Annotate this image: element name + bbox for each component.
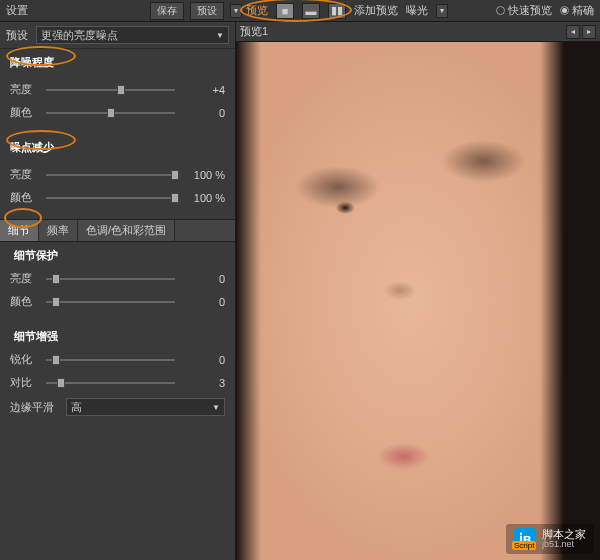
preset-dropdown-arrow[interactable]: ▾ [230,4,242,18]
precise-radio[interactable]: 精确 [560,3,594,18]
section-detail-protect: 细节保护 [0,242,235,265]
view-split-h-icon[interactable]: ▬ [302,3,320,19]
preset-label: 预设 [6,28,30,43]
preview-panel: 预览1 ◂ ▸ ʝв Script 脚本之家 jb51.net [236,22,600,560]
preview-title: 预览1 [240,24,268,39]
view-single-icon[interactable]: ■ [276,3,294,19]
section-noise-dec: 噪点减少 [0,134,235,161]
contrast-slider[interactable] [46,376,175,390]
edge-smooth-dropdown[interactable]: 高 ▼ [66,398,225,416]
fast-preview-radio[interactable]: 快速预览 [496,3,552,18]
preset-dropdown[interactable]: 更强的亮度噪点 ▼ [36,26,229,44]
chevron-down-icon: ▼ [216,31,224,40]
preview-image[interactable]: ʝв Script 脚本之家 jb51.net [236,42,600,560]
section-noise-reduce: 降噪程度 [0,49,235,76]
add-preview-button[interactable]: 添加预览 [354,3,398,18]
brightness2-slider[interactable] [46,168,175,182]
preset-button[interactable]: 预设 [190,2,224,20]
brightness-slider[interactable] [46,83,175,97]
color2-slider[interactable] [46,191,175,205]
section-detail-enhance: 细节增强 [0,323,235,346]
sidebar: 预设 更强的亮度噪点 ▼ 降噪程度 亮度 +4 颜色 0 噪点减少 亮度 [0,22,236,560]
tab-detail[interactable]: 细节 [0,220,39,241]
sharpen-slider[interactable] [46,353,175,367]
view-split-v-icon[interactable]: ▮▮ [328,3,346,19]
color-label: 颜色 [10,105,38,120]
watermark: ʝв Script 脚本之家 jb51.net [506,524,594,554]
next-button[interactable]: ▸ [582,25,596,39]
settings-label: 设置 [6,3,28,18]
color3-slider[interactable] [46,295,175,309]
chevron-down-icon: ▼ [212,403,220,412]
brightness3-slider[interactable] [46,272,175,286]
brightness-label: 亮度 [10,82,38,97]
prev-button[interactable]: ◂ [566,25,580,39]
tab-color-range[interactable]: 色调/色和彩范围 [78,220,175,241]
exposure-arrow-icon[interactable]: ▾ [436,4,448,18]
brightness-value: +4 [183,84,225,96]
save-button[interactable]: 保存 [150,2,184,20]
color-slider[interactable] [46,106,175,120]
exposure-label[interactable]: 曝光 [406,3,428,18]
preview-label[interactable]: 预览 [246,3,268,18]
color-value: 0 [183,107,225,119]
tab-frequency[interactable]: 频率 [39,220,78,241]
